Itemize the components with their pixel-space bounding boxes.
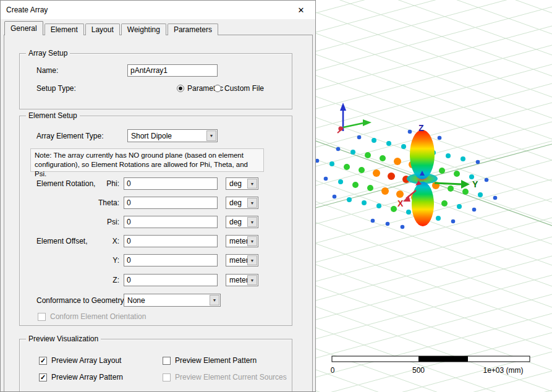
preview-element-pattern-checkbox[interactable] <box>163 357 171 365</box>
dropdown-arrow-icon[interactable]: ▼ <box>247 255 257 265</box>
3d-viewport[interactable]: Z Y X 0 500 1e+03 (mm) <box>316 0 552 392</box>
custom-file-radio[interactable] <box>214 85 221 92</box>
preview-array-layout-checkbox[interactable]: ✓ <box>39 357 47 365</box>
offset-x-unit-value: meter <box>229 237 248 245</box>
dropdown-arrow-icon[interactable]: ▼ <box>247 236 257 246</box>
preview-visualization-group: Preview Visualization <box>19 339 292 392</box>
triad-z-arrow-icon <box>340 103 346 111</box>
check-icon: ✓ <box>40 357 46 364</box>
theta-unit-dropdown[interactable]: deg ▼ <box>226 197 258 209</box>
tab-weighting[interactable]: Weighting <box>121 23 166 35</box>
conform-element-orientation-label: Conform Element Orientation <box>50 312 146 321</box>
dropdown-arrow-icon[interactable]: ▼ <box>247 198 257 208</box>
dropdown-arrow-icon[interactable]: ▼ <box>247 275 257 285</box>
screen: Z Y X 0 500 1e+03 (mm) <box>0 0 552 392</box>
tab-element[interactable]: Element <box>45 23 84 35</box>
preview-array-layout-label: Preview Array Layout <box>51 356 121 365</box>
theta-input[interactable] <box>124 197 218 209</box>
offset-y-label: Y: <box>75 256 119 265</box>
dropdown-arrow-icon[interactable]: ▼ <box>206 130 216 141</box>
array-setup-group: Array Setup <box>19 53 292 109</box>
psi-unit-value: deg <box>229 218 242 226</box>
psi-unit-dropdown[interactable]: deg ▼ <box>226 216 258 228</box>
array-name-input[interactable] <box>127 64 218 77</box>
name-label: Name: <box>36 66 58 75</box>
setup-type-label: Setup Type: <box>36 84 76 93</box>
offset-x-unit-dropdown[interactable]: meter ▼ <box>226 235 258 247</box>
triad-y-arrow-icon <box>363 119 372 126</box>
array-element-type-value: Short Dipole <box>131 132 172 140</box>
array-setup-legend: Array Setup <box>26 49 70 58</box>
phi-input[interactable] <box>124 177 218 190</box>
custom-file-radio-label: Custom File <box>224 84 264 93</box>
theta-unit-value: deg <box>229 198 242 207</box>
theta-label: Theta: <box>75 198 119 207</box>
check-icon: ✓ <box>40 373 46 381</box>
phi-label: Phi: <box>75 179 119 188</box>
offset-y-unit-value: meter <box>229 256 248 265</box>
ground-grid <box>316 0 552 392</box>
z-axis-label: Z <box>418 123 424 133</box>
conformance-value: None <box>127 296 145 305</box>
radiation-pattern <box>407 130 438 226</box>
offset-z-unit-dropdown[interactable]: meter ▼ <box>226 274 258 286</box>
conformance-dropdown[interactable]: None ▼ <box>124 294 221 307</box>
preview-element-current-sources-checkbox <box>163 373 171 381</box>
tab-layout[interactable]: Layout <box>85 23 120 35</box>
element-setup-legend: Element Setup <box>26 111 80 120</box>
psi-label: Psi: <box>75 218 119 226</box>
array-element-type-dropdown[interactable]: Short Dipole ▼ <box>127 129 218 142</box>
offset-x-input[interactable] <box>124 235 218 247</box>
x-axis-label: X <box>397 198 404 208</box>
phi-unit-value: deg <box>229 179 242 188</box>
tab-strip: General Element Layout Weighting Paramet… <box>4 22 219 35</box>
offset-z-input[interactable] <box>124 274 218 286</box>
tab-parameters[interactable]: Parameters <box>168 23 218 35</box>
offset-z-unit-value: meter <box>229 276 248 284</box>
scale-label-end: 1e+03 (mm) <box>483 366 523 375</box>
close-icon[interactable]: ✕ <box>287 1 315 19</box>
parametric-radio[interactable] <box>177 85 184 92</box>
conform-element-orientation-checkbox <box>38 313 46 321</box>
psi-input[interactable] <box>124 216 218 228</box>
array-element-type-label: Array Element Type: <box>36 132 104 140</box>
create-array-dialog: Create Array ✕ General Element Layout We… <box>0 0 316 392</box>
offset-z-label: Z: <box>75 276 119 284</box>
phi-unit-dropdown[interactable]: deg ▼ <box>226 177 258 190</box>
preview-visualization-legend: Preview Visualization <box>26 334 101 343</box>
scale-label-start: 0 <box>331 366 335 375</box>
preview-element-current-sources-label: Preview Element Current Sources <box>175 373 287 381</box>
viewport-canvas: Z Y X 0 500 1e+03 (mm) <box>316 0 552 392</box>
conformance-label: Conformance to Geometry: <box>36 296 126 305</box>
ground-plane-note: Note: The array currently has NO ground … <box>30 148 264 172</box>
preview-element-pattern-label: Preview Element Pattern <box>175 356 257 365</box>
y-axis-label: Y <box>472 179 478 189</box>
tab-general[interactable]: General <box>4 21 43 35</box>
offset-y-unit-dropdown[interactable]: meter ▼ <box>226 254 258 266</box>
preview-array-pattern-label: Preview Array Pattern <box>51 373 123 381</box>
offset-y-input[interactable] <box>124 254 218 266</box>
scale-label-mid: 500 <box>412 366 425 375</box>
preview-array-pattern-checkbox[interactable]: ✓ <box>39 373 47 381</box>
dialog-titlebar[interactable]: Create Array ✕ <box>1 1 315 19</box>
dropdown-arrow-icon[interactable]: ▼ <box>210 295 219 305</box>
dropdown-arrow-icon[interactable]: ▼ <box>247 217 257 227</box>
dropdown-arrow-icon[interactable]: ▼ <box>247 179 257 189</box>
offset-x-label: X: <box>75 237 119 245</box>
triad-x-arrow-icon <box>338 126 342 130</box>
dialog-title: Create Array <box>6 6 48 14</box>
array-element-dots <box>316 130 497 229</box>
